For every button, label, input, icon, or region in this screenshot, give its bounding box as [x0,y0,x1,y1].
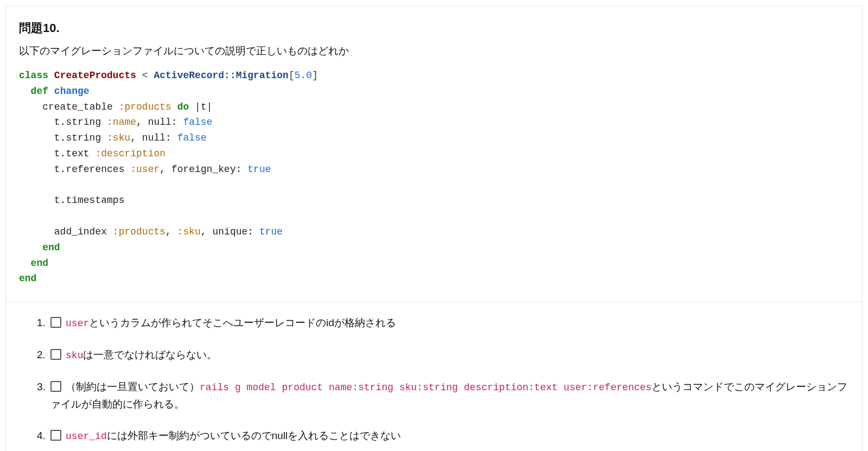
code-token: ActiveRecord::Migration [154,70,288,81]
option-text: というカラムが作られてそこへユーザーレコードのidが格納される [89,317,396,328]
code-token: create_table [42,101,118,112]
code-token: false [183,117,212,128]
option-checkbox[interactable] [50,317,61,328]
question-title: 問題10. [19,20,849,36]
code-line: def change [19,86,90,97]
option-text: には外部キー制約がついているのでnullを入れることはできない [107,430,401,441]
code-token: true [259,226,283,237]
code-token: , [165,226,177,237]
code-token: end [31,258,48,269]
option-checkbox[interactable] [50,381,61,392]
option-code: user [66,318,89,329]
question-options-section: userというカラムが作られてそこへユーザーレコードのidが格納されるskuは一… [6,302,862,451]
question-option: userというカラムが作られてそこへユーザーレコードのidが格納される [48,314,849,332]
code-line: t.timestamps [19,195,124,206]
code-token: t.text [54,148,95,159]
code-token: :products [113,226,165,237]
question-option: skuは一意でなければならない。 [48,346,849,364]
code-line: end [19,273,36,284]
code-line: add_index :products, :sku, unique: true [19,226,283,237]
option-checkbox[interactable] [50,349,61,360]
code-token: end [19,273,36,284]
code-token [48,86,54,97]
code-token: t.string [54,132,107,143]
question-card: 問題10. 以下のマイグレーションファイルについての説明で正しいものはどれか c… [5,5,863,451]
question-options-list: userというカラムが作られてそこへユーザーレコードのidが格納されるskuは一… [19,314,849,445]
code-token: add_index [54,226,113,237]
option-code: sku [66,350,83,361]
code-token: t.timestamps [54,195,125,206]
code-token: :description [95,148,165,159]
code-token: :user [130,164,159,175]
code-token: false [177,132,207,143]
question-code-block: class CreateProducts < ActiveRecord::Mig… [19,68,849,287]
option-checkbox[interactable] [50,430,61,441]
code-token [171,101,177,112]
option-text: （制約は一旦置いておいて） [66,381,200,392]
code-token: , null: [130,132,177,143]
code-line: class CreateProducts < ActiveRecord::Mig… [19,70,318,81]
code-line: t.text :description [19,148,165,159]
code-token: < [136,70,154,81]
code-token: :products [119,101,171,112]
code-token: , unique: [201,226,259,237]
code-token: ] [312,70,318,81]
code-token: t.string [54,117,107,128]
option-text: は一意でなければならない。 [83,349,217,360]
code-token: CreateProducts [54,70,136,81]
code-token: :name [107,117,136,128]
code-token: class [19,70,48,81]
code-line: end [19,258,48,269]
question-option: user_idには外部キー制約がついているのでnullを入れることはできない [48,427,849,445]
code-line: t.string :name, null: false [19,117,212,128]
code-token: true [247,164,271,175]
code-token: |t| [189,101,212,112]
question-description: 以下のマイグレーションファイルについての説明で正しいものはどれか [19,44,849,58]
code-token: :sku [177,226,201,237]
code-token: do [177,101,189,112]
code-token: end [42,242,60,253]
code-token: 5.0 [295,70,312,81]
code-token: t.references [54,164,130,175]
code-token: , foreign_key: [159,164,247,175]
code-line: end [19,242,60,253]
question-header-section: 問題10. 以下のマイグレーションファイルについての説明で正しいものはどれか c… [6,6,862,302]
code-line: create_table :products do |t| [19,101,213,112]
code-token: [ [289,70,295,81]
code-token: :sku [107,132,130,143]
question-option: （制約は一旦置いておいて）rails g model product name:… [48,378,849,414]
code-token: def [31,86,48,97]
code-token [48,70,54,81]
option-code: user_id [66,431,107,442]
code-line: t.references :user, foreign_key: true [19,164,271,175]
code-line: t.string :sku, null: false [19,132,207,143]
code-token: change [54,86,90,97]
option-code: rails g model product name:string sku:st… [200,382,652,393]
code-token: , null: [136,117,183,128]
